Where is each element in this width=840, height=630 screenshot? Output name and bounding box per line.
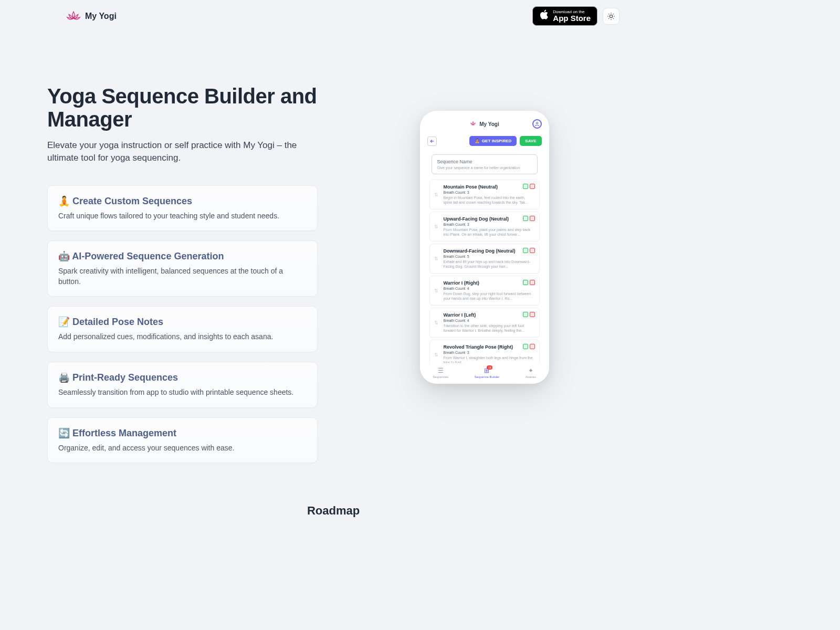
drag-handle-icon[interactable]: ⇅ [434,256,438,261]
pose-name: Mountain Pose (Neutral) [444,184,534,190]
avatar-icon[interactable] [532,119,542,129]
feature-desc: Spark creativity with intelligent, balan… [58,266,307,287]
pose-desc: Transition to the other side, stepping y… [444,323,534,333]
meditation-icon: 🧘 [475,139,480,143]
phone-brand: My Yogi [479,121,499,127]
apple-icon [539,9,549,23]
input-label: Sequence Name [437,159,532,164]
feature-title: 🖨️ Print-Ready Sequences [58,372,307,383]
drag-handle-icon[interactable]: ⇅ [434,192,438,197]
feature-card-custom: 🧘 Create Custom Sequences Craft unique f… [47,185,318,232]
pose-breath: Breath Count: 3 [444,223,534,226]
pose-desc: From Down Dog, step your right foot forw… [444,291,534,301]
pose-breath: Breath Count: 3 [444,191,534,194]
pose-card[interactable]: ⇅ Warrior I (Right) Breath Count: 4 From… [429,276,540,306]
pose-name: Warrior I (Right) [444,280,534,286]
phone-logo: My Yogi [469,120,499,128]
phone-nav: ☰ Sequences ⊞16 Sequence Builder ✦ Asana… [420,363,549,384]
asana-icon: ✦ [528,367,533,374]
nav-builder[interactable]: ⊞16 Sequence Builder [475,367,499,379]
app-store-button[interactable]: Download on the App Store [532,6,597,26]
svg-point-9 [536,122,538,124]
delete-icon[interactable] [530,344,535,349]
note-icon[interactable] [523,344,528,349]
app-store-large-text: App Store [553,14,591,22]
feature-card-notes: 📝 Detailed Pose Notes Add personalized c… [47,306,318,352]
nav-label: Asanas [526,375,536,379]
theme-toggle-button[interactable] [603,8,620,25]
drag-handle-icon[interactable]: ⇅ [434,320,438,326]
svg-point-0 [610,15,612,17]
pose-card[interactable]: ⇅ Downward-Facing Dog (Neutral) Breath C… [429,244,540,274]
drag-handle-icon[interactable]: ⇅ [434,224,438,229]
note-icon[interactable] [523,312,528,317]
feature-title: 🔄 Effortless Management [58,427,307,439]
sun-icon [607,12,615,20]
logo[interactable]: My Yogi [66,9,117,24]
brand-name: My Yogi [85,12,117,21]
hero-subtitle: Elevate your yoga instruction or self pr… [47,139,318,164]
delete-icon[interactable] [530,280,535,285]
lotus-icon [469,120,477,128]
feature-title: 🧘 Create Custom Sequences [58,195,307,207]
arrow-left-icon [429,139,435,144]
delete-icon[interactable] [530,312,535,317]
pose-breath: Breath Count: 5 [444,255,534,258]
nav-label: Sequence Builder [475,375,499,379]
svg-line-7 [608,18,609,18]
back-button[interactable] [427,136,437,146]
feature-title: 🤖 AI-Powered Sequence Generation [58,250,307,262]
pose-desc: Begin in Mountain Pose, feet rooted into… [444,195,534,205]
pose-desc: Exhale and lift your hips up and back in… [444,259,534,269]
get-inspired-button[interactable]: 🧘 GET INSPIRED [469,136,517,146]
feature-card-print: 🖨️ Print-Ready Sequences Seamlessly tran… [47,362,318,408]
delete-icon[interactable] [530,248,535,253]
sequence-name-input[interactable]: Sequence Name Give your sequence a name … [432,154,538,174]
nav-asanas[interactable]: ✦ Asanas [526,367,536,379]
nav-sequences[interactable]: ☰ Sequences [433,367,448,379]
feature-desc: Organize, edit, and access your sequence… [58,443,307,454]
phone-mockup: My Yogi 🧘 [420,111,549,384]
note-icon[interactable] [523,184,528,189]
pose-breath: Breath Count: 4 [444,287,534,290]
get-inspired-label: GET INSPIRED [482,139,511,143]
lotus-icon [66,9,81,24]
drag-handle-icon[interactable]: ⇅ [434,288,438,293]
pose-name: Upward-Facing Dog (Neutral) [444,216,534,222]
roadmap-title: Roadmap [0,504,667,518]
drag-handle-icon[interactable]: ⇅ [434,352,438,358]
pose-card[interactable]: ⇅ Upward-Facing Dog (Neutral) Breath Cou… [429,212,540,242]
note-icon[interactable] [523,248,528,253]
pose-breath: Breath Count: 3 [444,351,534,354]
feature-card-manage: 🔄 Effortless Management Organize, edit, … [47,417,318,464]
save-label: SAVE [525,139,536,143]
feature-desc: Seamlessly transition from app to studio… [58,387,307,398]
delete-icon[interactable] [530,216,535,221]
feature-desc: Add personalized cues, modifications, an… [58,332,307,342]
pose-name: Warrior I (Left) [444,312,534,318]
svg-line-4 [613,18,614,18]
delete-icon[interactable] [530,184,535,189]
nav-badge: 16 [487,365,493,370]
feature-desc: Craft unique flows tailored to your teac… [58,211,307,222]
pose-card[interactable]: ⇅ Mountain Pose (Neutral) Breath Count: … [429,180,540,209]
note-icon[interactable] [523,216,528,221]
svg-line-8 [613,14,614,14]
svg-line-3 [608,14,609,14]
nav-label: Sequences [433,375,448,379]
pose-desc: From Mountain Pose, plant your palms and… [444,227,534,237]
pose-name: Revolved Triangle Pose (Right) [444,344,534,350]
note-icon[interactable] [523,280,528,285]
pose-name: Downward-Facing Dog (Neutral) [444,248,534,254]
pose-breath: Breath Count: 4 [444,319,534,322]
feature-title: 📝 Detailed Pose Notes [58,316,307,328]
list-icon: ☰ [438,367,444,374]
feature-card-ai: 🤖 AI-Powered Sequence Generation Spark c… [47,240,318,297]
save-button[interactable]: SAVE [520,136,541,146]
hero-title: Yoga Sequence Builder and Manager [47,85,318,131]
pose-list: ⇅ Mountain Pose (Neutral) Breath Count: … [425,180,544,379]
builder-icon: ⊞16 [484,367,489,374]
input-placeholder: Give your sequence a name for better org… [437,166,532,170]
pose-card[interactable]: ⇅ Warrior I (Left) Breath Count: 4 Trans… [429,308,540,338]
